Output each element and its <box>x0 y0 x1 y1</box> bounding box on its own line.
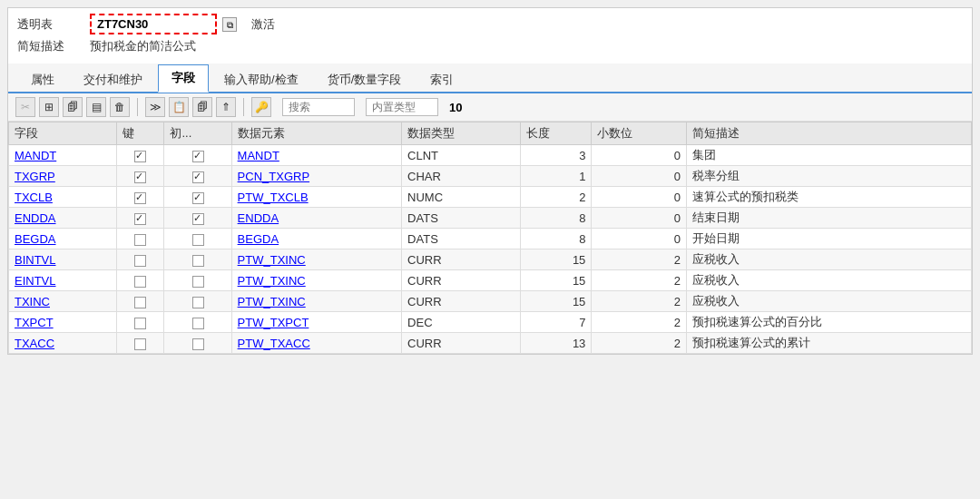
tab-delivery[interactable]: 交付和维护 <box>70 66 156 93</box>
init-checkbox-cell[interactable] <box>164 208 231 229</box>
field-cell[interactable]: TXGRP <box>9 166 117 187</box>
delete-button[interactable]: 🗑 <box>110 97 130 117</box>
data-element-link[interactable]: PTW_TXCLB <box>238 191 309 204</box>
cut-button[interactable]: ✂ <box>15 97 35 117</box>
field-link[interactable]: EINTVL <box>15 274 56 288</box>
key-checkbox[interactable] <box>134 171 146 183</box>
activate-button[interactable]: 激活 <box>251 16 275 33</box>
field-cell[interactable]: TXINC <box>9 291 117 312</box>
field-cell[interactable]: BEGDA <box>9 229 117 250</box>
init-checkbox-cell[interactable] <box>164 166 231 187</box>
init-checkbox[interactable] <box>192 234 204 246</box>
key-checkbox-cell[interactable] <box>117 187 164 208</box>
data-element-cell[interactable]: PTW_TXINC <box>231 250 401 270</box>
init-checkbox[interactable] <box>192 255 204 267</box>
key-checkbox[interactable] <box>134 192 146 204</box>
key-checkbox-cell[interactable] <box>117 166 164 187</box>
tab-properties[interactable]: 属性 <box>17 66 68 93</box>
data-element-cell[interactable]: MANDT <box>231 145 401 166</box>
save-row-button[interactable]: ▤ <box>86 97 106 117</box>
field-cell[interactable]: MANDT <box>9 145 117 166</box>
key-checkbox-cell[interactable] <box>117 250 164 270</box>
field-link[interactable]: TXPCT <box>15 316 54 329</box>
data-element-link[interactable]: PTW_TXINC <box>238 253 306 267</box>
paste-button[interactable]: 🗐 <box>63 97 83 117</box>
init-checkbox[interactable] <box>192 151 204 162</box>
init-checkbox[interactable] <box>192 318 204 329</box>
field-link[interactable]: TXCLB <box>15 191 53 204</box>
data-element-cell[interactable]: PTW_TXACC <box>231 333 401 354</box>
tab-input-help[interactable]: 输入帮助/检查 <box>211 66 312 93</box>
key-checkbox-cell[interactable] <box>117 145 164 166</box>
append-button[interactable]: ≫ <box>145 97 165 117</box>
insert-button[interactable]: 🗐 <box>192 97 212 117</box>
data-element-link[interactable]: BEGDA <box>238 232 279 246</box>
key-checkbox-cell[interactable] <box>117 208 164 229</box>
field-link[interactable]: BINTVL <box>15 253 56 267</box>
data-element-link[interactable]: PTW_TXINC <box>238 295 306 308</box>
init-checkbox[interactable] <box>192 338 204 350</box>
field-link[interactable]: TXINC <box>15 295 50 308</box>
key-checkbox-cell[interactable] <box>117 291 164 312</box>
key-checkbox[interactable] <box>134 234 146 246</box>
data-element-link[interactable]: PCN_TXGRP <box>238 170 309 183</box>
init-checkbox[interactable] <box>192 297 204 308</box>
data-element-link[interactable]: MANDT <box>238 149 279 162</box>
move-up-button[interactable]: ⇑ <box>216 97 236 117</box>
data-element-link[interactable]: PTW_TXACC <box>238 337 310 350</box>
copy-icon[interactable]: ⧉ <box>222 17 237 32</box>
field-link[interactable]: BEGDA <box>15 232 56 246</box>
init-checkbox[interactable] <box>192 276 204 288</box>
data-element-cell[interactable]: PTW_TXPCT <box>231 312 401 333</box>
field-link[interactable]: TXGRP <box>15 170 55 183</box>
search-input[interactable] <box>282 98 355 116</box>
data-element-cell[interactable]: PCN_TXGRP <box>231 166 401 187</box>
field-cell[interactable]: TXCLB <box>9 187 117 208</box>
field-cell[interactable]: TXPCT <box>9 312 117 333</box>
init-checkbox[interactable] <box>192 213 204 225</box>
insert-copy-button[interactable]: 📋 <box>169 97 189 117</box>
init-checkbox[interactable] <box>192 192 204 204</box>
data-element-cell[interactable]: PTW_TXINC <box>231 291 401 312</box>
init-checkbox-cell[interactable] <box>164 291 231 312</box>
init-checkbox-cell[interactable] <box>164 145 231 166</box>
field-link[interactable]: ENDDA <box>15 211 56 225</box>
key-checkbox-cell[interactable] <box>117 270 164 291</box>
key-checkbox[interactable] <box>134 255 146 267</box>
data-element-link[interactable]: ENDDA <box>238 211 279 225</box>
key-checkbox-cell[interactable] <box>117 312 164 333</box>
field-cell[interactable]: BINTVL <box>9 250 117 270</box>
key-checkbox-cell[interactable] <box>117 229 164 250</box>
data-element-cell[interactable]: PTW_TXCLB <box>231 187 401 208</box>
tab-fields[interactable]: 字段 <box>158 64 209 93</box>
tab-index[interactable]: 索引 <box>416 66 467 93</box>
field-link[interactable]: TXACC <box>15 337 54 350</box>
key-checkbox[interactable] <box>134 213 146 225</box>
key-checkbox[interactable] <box>134 318 146 329</box>
key-checkbox-cell[interactable] <box>117 333 164 354</box>
data-element-cell[interactable]: PTW_TXINC <box>231 270 401 291</box>
tab-currency[interactable]: 货币/数量字段 <box>314 66 416 93</box>
key-checkbox[interactable] <box>134 338 146 350</box>
field-cell[interactable]: EINTVL <box>9 270 117 291</box>
key-checkbox[interactable] <box>134 151 146 162</box>
init-checkbox-cell[interactable] <box>164 250 231 270</box>
key-checkbox[interactable] <box>134 297 146 308</box>
data-element-link[interactable]: PTW_TXPCT <box>238 316 309 329</box>
builtin-type-input[interactable] <box>366 98 438 116</box>
data-element-link[interactable]: PTW_TXINC <box>238 274 306 288</box>
data-element-cell[interactable]: BEGDA <box>231 229 401 250</box>
init-checkbox-cell[interactable] <box>164 270 231 291</box>
table-value-input[interactable]: ZT7CN30 <box>90 14 217 34</box>
field-link[interactable]: MANDT <box>15 149 56 162</box>
field-cell[interactable]: ENDDA <box>9 208 117 229</box>
copy-button[interactable]: ⊞ <box>39 97 59 117</box>
field-cell[interactable]: TXACC <box>9 333 117 354</box>
init-checkbox[interactable] <box>192 171 204 183</box>
init-checkbox-cell[interactable] <box>164 229 231 250</box>
key-button[interactable]: 🔑 <box>251 97 271 117</box>
init-checkbox-cell[interactable] <box>164 187 231 208</box>
init-checkbox-cell[interactable] <box>164 333 231 354</box>
init-checkbox-cell[interactable] <box>164 312 231 333</box>
key-checkbox[interactable] <box>134 276 146 288</box>
